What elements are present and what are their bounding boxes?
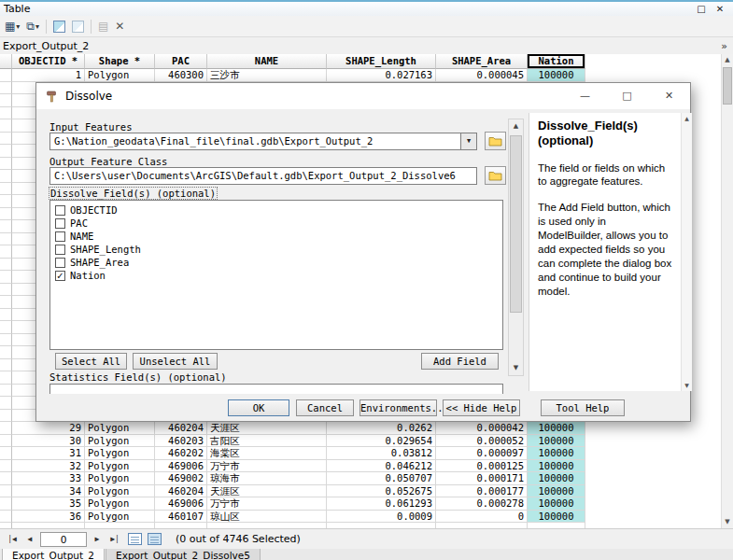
- table-options-button[interactable]: ▦ ▾: [3, 18, 21, 35]
- row-selector[interactable]: [0, 220, 12, 233]
- row-selector[interactable]: [0, 346, 12, 359]
- row-selector[interactable]: [0, 259, 12, 272]
- clear-selection-button[interactable]: [70, 18, 86, 35]
- dialog-maximize-button[interactable]: □: [606, 83, 648, 109]
- row-selector[interactable]: [0, 119, 12, 133]
- column-header-shape-area[interactable]: SHAPE_Area: [436, 54, 528, 69]
- restore-button[interactable]: □: [692, 4, 711, 14]
- row-selector[interactable]: [0, 485, 12, 498]
- table-row[interactable]: 36Polygon460107琼山区0.00090100000: [0, 511, 721, 524]
- row-selector[interactable]: [0, 321, 12, 334]
- checkbox-unchecked-icon[interactable]: [55, 258, 65, 268]
- dissolve-field-option[interactable]: PAC: [50, 217, 502, 230]
- row-selector[interactable]: [0, 82, 12, 95]
- show-all-records-icon[interactable]: [128, 533, 142, 545]
- row-selector[interactable]: [0, 334, 12, 347]
- row-selector[interactable]: [0, 511, 12, 524]
- select-all-button[interactable]: Select All: [55, 353, 127, 370]
- add-field-button[interactable]: Add Field: [421, 353, 499, 370]
- row-selector[interactable]: [0, 170, 12, 183]
- scrollbar-thumb[interactable]: [510, 135, 522, 313]
- hide-help-button[interactable]: << Hide Help: [443, 399, 520, 416]
- environments-button[interactable]: Environments...: [359, 399, 437, 416]
- row-selector[interactable]: [0, 422, 12, 435]
- dissolve-field-option[interactable]: SHAPE_Length: [50, 243, 502, 256]
- table-row[interactable]: 34Polygon460204天涯区0.0526750.000177100000: [0, 485, 721, 498]
- row-selector[interactable]: [0, 309, 12, 322]
- input-browse-button[interactable]: [485, 132, 506, 150]
- table-row[interactable]: 32Polygon469006万宁市0.0462120.000125100000: [0, 460, 721, 473]
- show-selected-records-icon[interactable]: [148, 533, 162, 545]
- dissolve-field-option[interactable]: OBJECTID: [50, 203, 502, 217]
- row-selector[interactable]: [0, 271, 12, 284]
- row-selector[interactable]: [0, 497, 12, 511]
- dialog-minimize-button[interactable]: —: [564, 83, 606, 109]
- table-row[interactable]: 29Polygon460204天涯区0.02620.000042100000: [0, 422, 721, 435]
- scroll-up-icon[interactable]: ▲: [509, 119, 523, 133]
- last-record-button[interactable]: ▶|: [107, 532, 122, 547]
- combo-dropdown-icon[interactable]: ▼: [460, 133, 476, 149]
- close-button[interactable]: ✕: [711, 4, 729, 14]
- next-record-button[interactable]: ▶: [90, 532, 105, 547]
- row-selector[interactable]: [0, 460, 12, 473]
- column-header-nation[interactable]: Nation: [528, 54, 585, 69]
- table-row[interactable]: 31Polygon460202海棠区0.038120.000097100000: [0, 447, 721, 460]
- checkbox-unchecked-icon[interactable]: [55, 231, 65, 242]
- unselect-all-button[interactable]: Unselect All: [133, 353, 218, 370]
- checkbox-unchecked-icon[interactable]: [55, 245, 65, 255]
- dissolve-fields-list[interactable]: OBJECTIDPACNAMESHAPE_LengthSHAPE_Area✓Na…: [49, 200, 503, 350]
- row-selector[interactable]: [0, 472, 12, 485]
- output-feature-class-input[interactable]: C:\Users\user\Documents\ArcGIS\Default.g…: [49, 167, 477, 185]
- row-selector[interactable]: [0, 94, 12, 107]
- input-features-combobox[interactable]: G:\Nation_geodata\Final_file\final.gdb\E…: [49, 133, 477, 150]
- table-row[interactable]: 33Polygon469002琼海市0.0507070.000171100000: [0, 472, 721, 485]
- checkbox-checked-icon[interactable]: ✓: [55, 271, 65, 281]
- row-selector[interactable]: [0, 447, 12, 460]
- checkbox-unchecked-icon[interactable]: [55, 205, 65, 216]
- dissolve-field-option[interactable]: SHAPE_Area: [50, 256, 502, 269]
- table-row[interactable]: 30Polygon460203吉阳区0.0296540.000052100000: [0, 435, 721, 448]
- overflow-chevron-icon[interactable]: »: [721, 40, 730, 52]
- ok-button[interactable]: OK: [228, 399, 289, 416]
- row-selector[interactable]: [0, 69, 12, 82]
- row-selector[interactable]: [0, 233, 12, 246]
- previous-record-button[interactable]: ◀: [22, 532, 37, 547]
- row-selector[interactable]: [0, 183, 12, 196]
- row-selector[interactable]: [0, 397, 12, 410]
- scroll-up-icon[interactable]: ▲: [722, 54, 733, 66]
- parameters-scrollbar[interactable]: ▲ ▼: [508, 119, 524, 376]
- column-header-objectid[interactable]: OBJECTID *: [12, 54, 85, 69]
- row-selector[interactable]: [0, 296, 12, 309]
- delete-selected-button[interactable]: ✕: [113, 18, 126, 35]
- statistics-fields-list[interactable]: [49, 384, 503, 394]
- column-header-pac[interactable]: PAC: [155, 54, 207, 69]
- row-selector[interactable]: [0, 435, 12, 448]
- row-selector[interactable]: [0, 359, 12, 372]
- output-browse-button[interactable]: [485, 166, 506, 185]
- tool-help-button[interactable]: Tool Help: [541, 399, 625, 416]
- column-header-shape[interactable]: Shape *: [85, 54, 155, 69]
- current-record-input[interactable]: 0: [40, 532, 87, 547]
- dissolve-field-option[interactable]: NAME: [50, 230, 502, 243]
- row-selector[interactable]: [0, 145, 12, 158]
- checkbox-unchecked-icon[interactable]: [55, 218, 65, 229]
- column-header-name[interactable]: NAME: [207, 54, 327, 69]
- dissolve-field-option[interactable]: ✓Nation: [50, 269, 502, 282]
- help-scrollbar[interactable]: ▲ ▼: [681, 113, 692, 391]
- row-selector[interactable]: [0, 385, 12, 398]
- column-header-shape-length[interactable]: SHAPE_Length: [327, 54, 436, 69]
- table-row[interactable]: 1Polygon460300三沙市0.0271630.000045100000: [0, 69, 721, 82]
- related-tables-button[interactable]: ⧉ ▾: [24, 18, 41, 35]
- bottom-tab[interactable]: Export_Output_2: [2, 549, 105, 560]
- scroll-down-icon[interactable]: ▼: [722, 516, 733, 528]
- bottom-tab[interactable]: Export_Output_2_Dissolve5: [106, 549, 261, 560]
- cancel-button[interactable]: Cancel: [296, 399, 354, 416]
- dialog-close-button[interactable]: ✕: [648, 83, 690, 109]
- scroll-down-icon[interactable]: ▼: [509, 361, 523, 375]
- row-selector[interactable]: [0, 371, 12, 385]
- scroll-down-icon[interactable]: ▼: [682, 380, 692, 391]
- scroll-up-icon[interactable]: ▲: [682, 113, 692, 124]
- table-row[interactable]: 35Polygon469006万宁市0.0612930.000278100000: [0, 497, 721, 511]
- row-selector[interactable]: [0, 195, 12, 208]
- zoom-to-selected-button[interactable]: ▤: [96, 18, 110, 35]
